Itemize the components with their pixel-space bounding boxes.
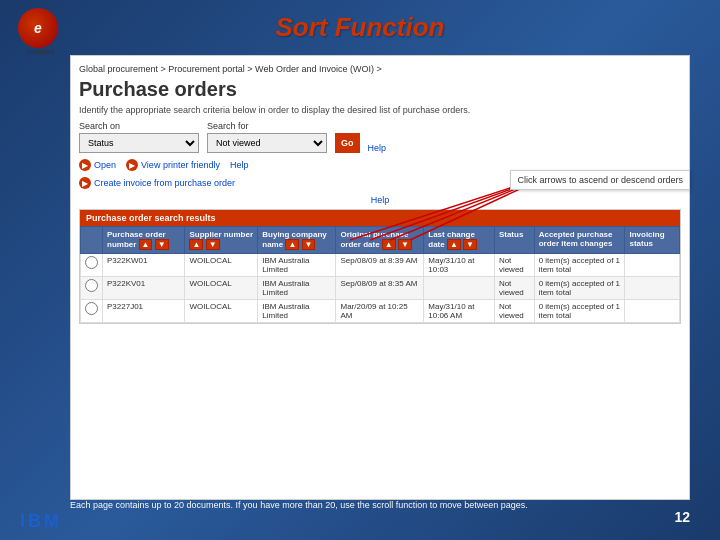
search-for-label: Search for: [207, 121, 327, 131]
row2-invoicing: [625, 277, 680, 300]
col-header-po-number: Purchase order number ▲ ▼: [103, 227, 185, 254]
row2-status: Not viewed: [494, 277, 534, 300]
search-on-col: Search on Status: [79, 121, 199, 153]
search-for-col: Search for Not viewed: [207, 121, 327, 153]
middle-help-link[interactable]: Help: [371, 195, 390, 205]
sort-company-asc[interactable]: ▲: [285, 239, 299, 250]
title-bar: Sort Function: [0, 0, 720, 55]
row3-invoicing: [625, 300, 680, 323]
page-title: Sort Function: [276, 12, 445, 43]
row2-company: IBM Australia Limited: [258, 277, 336, 300]
create-invoice-button[interactable]: ▶ Create invoice from purchase order: [79, 177, 235, 189]
col-header-orig-date: Original purchase order date ▲ ▼: [336, 227, 424, 254]
row1-radio[interactable]: [81, 254, 103, 277]
open-icon: ▶: [79, 159, 91, 171]
sort-po-asc[interactable]: ▲: [139, 239, 153, 250]
results-section: Purchase order search results Purchase o…: [79, 209, 681, 324]
row1-last-change: May/31/10 at 10:03: [424, 254, 495, 277]
annotation: Click arrows to ascend or descend orders: [510, 170, 690, 190]
search-for-select[interactable]: Not viewed: [207, 133, 327, 153]
table-row: P322KW01 WOILOCAL IBM Australia Limited …: [81, 254, 680, 277]
action-help-link[interactable]: Help: [230, 160, 249, 170]
sort-supplier-asc[interactable]: ▲: [189, 239, 203, 250]
section-description: Identify the appropriate search criteria…: [79, 105, 681, 115]
sort-origdate-asc[interactable]: ▲: [382, 239, 396, 250]
row1-accepted: 0 item(s) accepted of 1 item total: [534, 254, 625, 277]
row2-radio[interactable]: [81, 277, 103, 300]
footer-text: Each page contains up to 20 documents. I…: [70, 500, 640, 510]
row1-supplier: WOILOCAL: [185, 254, 258, 277]
row1-orig-date: Sep/08/09 at 8:39 AM: [336, 254, 424, 277]
col-header-accepted: Accepted purchase order item changes: [534, 227, 625, 254]
sort-lastchange-desc[interactable]: ▼: [463, 239, 477, 250]
row3-last-change: May/31/10 at 10:06 AM: [424, 300, 495, 323]
create-icon: ▶: [79, 177, 91, 189]
ebiz-circle: e: [18, 8, 58, 48]
col-header-status: Status: [494, 227, 534, 254]
row1-invoicing: [625, 254, 680, 277]
sort-supplier-desc[interactable]: ▼: [206, 239, 220, 250]
table-row: P322KV01 WOILOCAL IBM Australia Limited …: [81, 277, 680, 300]
row1-po-number: P322KW01: [103, 254, 185, 277]
row1-company: IBM Australia Limited: [258, 254, 336, 277]
table-header-row: Purchase order number ▲ ▼ Supplier numbe…: [81, 227, 680, 254]
section-title: Purchase orders: [79, 78, 681, 101]
ibm-logo-text: IBM: [20, 512, 62, 530]
row3-po-number: P3227J01: [103, 300, 185, 323]
search-section: Search on Status Search for Not viewed G…: [79, 121, 681, 153]
annotation-text: Click arrows to ascend or descend orders: [510, 170, 690, 190]
col-header-supplier: Supplier number ▲ ▼: [185, 227, 258, 254]
row1-status: Not viewed: [494, 254, 534, 277]
row3-orig-date: Mar/20/09 at 10:25 AM: [336, 300, 424, 323]
row2-supplier: WOILOCAL: [185, 277, 258, 300]
ebiz-subtitle: business: [18, 48, 63, 55]
search-help-link[interactable]: Help: [368, 143, 387, 153]
page-number: 12: [674, 509, 690, 525]
col-header-radio: [81, 227, 103, 254]
ibm-logo: IBM: [20, 512, 62, 530]
table-row: P3227J01 WOILOCAL IBM Australia Limited …: [81, 300, 680, 323]
row3-accepted: 0 item(s) accepted of 1 item total: [534, 300, 625, 323]
search-on-label: Search on: [79, 121, 199, 131]
row3-status: Not viewed: [494, 300, 534, 323]
search-on-select[interactable]: Status: [79, 133, 199, 153]
sort-company-desc[interactable]: ▼: [302, 239, 316, 250]
row2-orig-date: Sep/08/09 at 8:35 AM: [336, 277, 424, 300]
main-panel: Global procurement > Procurement portal …: [70, 55, 690, 500]
go-button[interactable]: Go: [335, 133, 360, 153]
view-printer-button[interactable]: ▶ View printer friendly: [126, 159, 220, 171]
row2-accepted: 0 item(s) accepted of 1 item total: [534, 277, 625, 300]
help-area: Help: [79, 195, 681, 205]
open-button[interactable]: ▶ Open: [79, 159, 116, 171]
row2-po-number: P322KV01: [103, 277, 185, 300]
sort-origdate-desc[interactable]: ▼: [398, 239, 412, 250]
col-header-last-change: Last change date ▲ ▼: [424, 227, 495, 254]
sort-lastchange-asc[interactable]: ▲: [447, 239, 461, 250]
ebiz-logo: e business: [18, 8, 63, 53]
row2-last-change: [424, 277, 495, 300]
row3-company: IBM Australia Limited: [258, 300, 336, 323]
row3-radio[interactable]: [81, 300, 103, 323]
printer-icon: ▶: [126, 159, 138, 171]
results-header: Purchase order search results: [80, 210, 680, 226]
row3-supplier: WOILOCAL: [185, 300, 258, 323]
results-table: Purchase order number ▲ ▼ Supplier numbe…: [80, 226, 680, 323]
breadcrumb: Global procurement > Procurement portal …: [79, 64, 681, 74]
col-header-company: Buying company name ▲ ▼: [258, 227, 336, 254]
sort-po-desc[interactable]: ▼: [155, 239, 169, 250]
col-header-invoicing: Invoicing status: [625, 227, 680, 254]
content-area: e business Sort Function Global procurem…: [0, 0, 720, 540]
